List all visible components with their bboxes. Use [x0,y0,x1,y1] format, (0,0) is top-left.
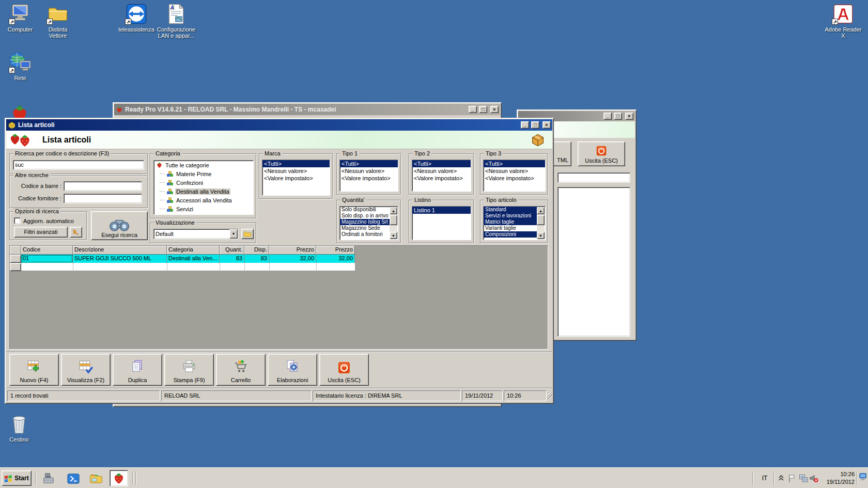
maximize-button[interactable]: □ [531,121,539,129]
start-button[interactable]: Start [2,470,32,486]
advanced-filters-arrow-button[interactable] [70,227,82,238]
quicklaunch-toolbox[interactable] [41,471,56,486]
article-type-list[interactable]: Standard Servizi e lavorazioni Matrici t… [483,206,546,240]
minimize-button[interactable]: _ [603,113,612,120]
list-item[interactable]: Composizioni [484,231,537,238]
desktop-icon-configurazione-lan[interactable]: A ConfigurazioneLAN e appar... [153,3,199,39]
side-input-field[interactable] [557,172,630,183]
auto-update-checkbox[interactable] [14,217,21,224]
cell-categoria[interactable]: Destinati alla Ven... [167,255,220,263]
tray-volume-muted-icon[interactable] [809,474,818,484]
column-header-codice[interactable]: Codice [21,246,73,255]
column-header-disp[interactable]: Disp. [244,246,269,255]
minimize-button[interactable]: _ [521,121,529,129]
maximize-button[interactable]: □ [479,106,487,113]
cell-prezzo1[interactable]: 32,00 [269,255,316,263]
quicklaunch-explorer[interactable] [89,471,103,486]
scroll-down-icon[interactable]: ▼ [390,232,397,239]
tray-network-icon[interactable] [799,474,808,484]
category-item-root[interactable]: Tutte le categorie [154,161,253,169]
side-exit-button[interactable]: Uscita (ESC) [578,141,625,166]
print-button[interactable]: Stampa (F9) [164,354,214,386]
search-input[interactable]: suc [13,160,144,170]
cell-quant[interactable]: 83 [220,255,244,263]
main-window-titlebar[interactable]: Ready Pro V14.6.21 - RELOAD SRL - Massim… [114,104,500,115]
maximize-button[interactable]: □ [614,113,622,120]
resize-grip[interactable] [548,392,552,400]
category-item[interactable]: Materie Prime [154,169,253,178]
list-item[interactable]: <Valore impostato> [484,175,545,182]
view-folder-button[interactable] [241,229,254,239]
list-item[interactable]: <Valore impostato> [340,175,398,182]
list-item[interactable]: <Nessun valore> [412,167,471,175]
view-select[interactable]: Default ▼ [153,229,238,239]
quantity-scrollbar[interactable]: ▲ ▼ [390,207,397,239]
list-item[interactable]: Varianti taglie [484,225,537,231]
cell-prezzo2[interactable]: 32,00 [316,255,355,263]
category-item[interactable]: Confezioni [154,178,253,187]
list-item[interactable]: <Tutti> [340,160,398,167]
list-item[interactable]: <Nessun valore> [262,167,330,175]
scroll-up-icon[interactable]: ▲ [537,207,545,214]
quantity-list[interactable]: Solo disponibili Solo disp. o in arrivo … [339,206,398,240]
list-item[interactable]: <Tutti> [484,160,545,167]
tray-flag-icon[interactable] [787,473,797,484]
list-item[interactable]: Servizi e lavorazioni [484,213,537,219]
close-button[interactable]: × [542,121,551,129]
column-header-descrizione[interactable]: Descrizione [73,246,167,255]
list-item[interactable]: <Tutti> [412,160,471,167]
category-item[interactable]: Servizi [154,204,253,213]
tray-expand-chevron-icon[interactable] [778,474,784,482]
column-header-quant[interactable]: Quant. [220,246,244,255]
type2-list[interactable]: <Tutti> <Nessun valore> <Valore impostat… [412,160,471,192]
close-button[interactable]: × [490,106,499,113]
duplicate-button[interactable]: Duplica [113,354,162,386]
minimize-button[interactable]: _ [469,106,477,113]
column-header-prezzo1[interactable]: Prezzo [269,246,316,255]
taskbar-readypro-active[interactable] [110,470,128,486]
supplier-code-input[interactable] [64,194,142,203]
row-selector-header[interactable] [10,246,21,255]
scrollbar-thumb[interactable] [390,215,397,225]
barcode-input[interactable] [64,181,142,191]
type3-list[interactable]: <Tutti> <Nessun valore> <Valore impostat… [483,160,546,192]
desktop-icon-adobe-reader[interactable]: ↗ Adobe ReaderX [820,3,866,39]
cell-descrizione[interactable]: SUPER GOJI SUCCO 500 ML [73,255,167,263]
list-item[interactable]: <Valore impostato> [412,175,471,182]
list-item[interactable]: Listino 1 [412,207,471,214]
category-tree[interactable]: Tutte le categorie Materie Prime Confezi… [153,160,254,215]
empty-row[interactable] [21,263,355,271]
auto-update-label[interactable]: Aggiorn. automatico [23,218,74,224]
view-button[interactable]: Visualizza (F2) [61,354,111,386]
row-selector[interactable] [10,255,21,263]
list-item[interactable]: <Valore impostato> [262,175,330,182]
desktop-icon-cestino[interactable]: Cestino [0,413,42,443]
cell-codice[interactable]: 01 [21,255,73,263]
cell-disp[interactable]: 83 [244,255,269,263]
category-item-selected[interactable]: Destinati alla Vendita [154,187,253,196]
list-item[interactable]: <Nessun valore> [340,167,398,175]
category-item[interactable]: Accessori alla Vendita [154,196,253,204]
list-item[interactable]: <Tutti> [262,160,330,167]
column-header-prezzo2[interactable]: Prezzo [316,246,355,255]
pricelist-list[interactable]: Listino 1 [412,206,471,240]
list-item[interactable]: Magazzino Sede [340,225,390,231]
list-item[interactable]: <Nessun valore> [484,167,545,175]
processing-button[interactable]: Elaborazioni [268,354,317,386]
new-button[interactable]: Nuovo (F4) [9,354,59,386]
language-indicator[interactable]: IT [757,473,772,483]
dropdown-arrow-icon[interactable]: ▼ [229,229,238,239]
article-type-scrollbar[interactable]: ▲ ▼ [537,207,545,239]
list-item[interactable]: Solo disponibili [340,207,390,213]
list-item[interactable]: Standard [484,207,537,213]
desktop-icon-rete[interactable]: ↗ Rete [0,52,43,81]
exit-button[interactable]: Uscita (ESC) [319,354,369,386]
close-button[interactable]: × [625,113,633,120]
show-desktop-button[interactable] [859,473,867,482]
scroll-up-icon[interactable]: ▲ [390,207,397,214]
advanced-filters-button[interactable]: Filtri avanzati [14,227,68,238]
desktop-icon-distinta-vettore[interactable]: ↗ DistintaVettore [35,3,81,39]
tray-clock[interactable]: 10:26 19/11/2012 [819,470,855,486]
type1-list[interactable]: <Tutti> <Nessun valore> <Valore impostat… [339,160,398,192]
column-header-categoria[interactable]: Categoria [167,246,220,255]
